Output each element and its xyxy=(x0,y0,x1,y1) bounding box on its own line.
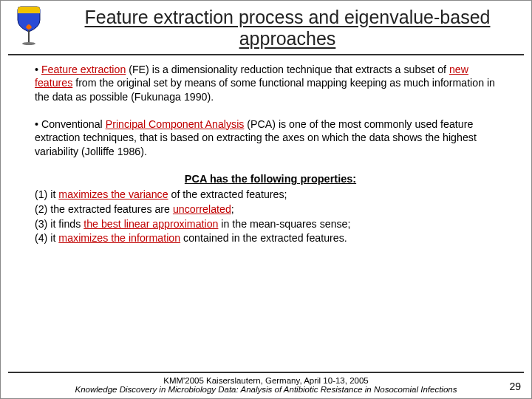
property-2: (2) the extracted features are uncorrela… xyxy=(35,202,506,216)
bullet-marker xyxy=(35,64,41,75)
text: from the original set by means of some f… xyxy=(35,77,495,103)
slide: Feature extraction process and eigenvalu… xyxy=(0,0,532,399)
page-number: 29 xyxy=(509,381,521,392)
highlight: the best linear approximation xyxy=(83,218,218,230)
highlight: maximizes the variance xyxy=(58,188,168,200)
highlight: uncorrelated xyxy=(173,203,231,215)
property-4: (4) it maximizes the information contain… xyxy=(35,231,506,245)
footer-divider xyxy=(8,372,524,373)
highlight: Principal Component Analysis xyxy=(106,118,245,130)
slide-title: Feature extraction process and eigenvalu… xyxy=(57,5,525,52)
text: it finds xyxy=(47,218,83,230)
header: Feature extraction process and eigenvalu… xyxy=(1,1,531,52)
num: (2) xyxy=(35,203,47,215)
highlight: maximizes the information xyxy=(58,232,180,244)
text: it xyxy=(47,188,58,200)
body: Feature extraction (FE) is a dimensional… xyxy=(1,55,531,245)
bullet-1: Feature extraction (FE) is a dimensional… xyxy=(35,63,506,104)
bullet-marker xyxy=(35,118,41,130)
text: in the mean-squares sense; xyxy=(218,218,350,230)
footer-line-2: Knowledge Discovery in Microbiology Data… xyxy=(1,385,531,394)
footer: KMM'2005 Kaiserslautern, Germany, April … xyxy=(1,372,531,394)
property-1: (1) it maximizes the variance of the ext… xyxy=(35,188,506,202)
text: of the extracted features; xyxy=(168,188,287,200)
num: (4) xyxy=(35,232,47,244)
num: (3) xyxy=(35,218,47,230)
properties-heading: PCA has the following properties: xyxy=(35,172,506,186)
text: contained in the extracted features. xyxy=(180,232,347,244)
svg-point-1 xyxy=(22,42,35,45)
svg-rect-0 xyxy=(28,30,30,44)
num: (1) xyxy=(35,188,47,200)
footer-line-1: KMM'2005 Kaiserslautern, Germany, April … xyxy=(1,376,531,385)
text: (FE) is a dimensionality reduction techn… xyxy=(126,64,449,75)
highlight: Feature extraction xyxy=(41,64,126,75)
logo xyxy=(7,5,51,45)
text: ; xyxy=(231,203,234,215)
bullet-2: Conventional Principal Component Analysi… xyxy=(35,117,506,159)
property-3: (3) it finds the best linear approximati… xyxy=(35,217,506,231)
shield-torch-icon xyxy=(9,5,49,45)
text: it xyxy=(47,232,58,244)
text: Conventional xyxy=(41,118,106,130)
text: the extracted features are xyxy=(47,203,173,215)
